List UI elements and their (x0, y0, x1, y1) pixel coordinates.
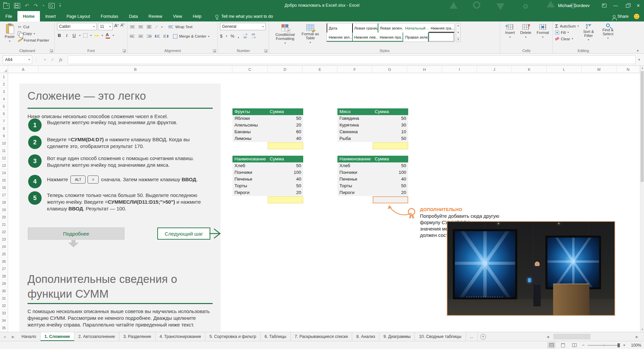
format-painter-button[interactable]: Format Painter (18, 37, 49, 44)
scroll-up-icon[interactable]: ▲ (640, 66, 644, 70)
table-cell[interactable]: 60 (268, 129, 303, 135)
font-dialog-launcher-icon[interactable]: ◢ (123, 49, 126, 52)
sheet-tab-overflow[interactable]: ... (466, 332, 478, 341)
table-cell[interactable]: Яблоки (232, 115, 268, 122)
merge-dropdown-icon[interactable]: ▾ (208, 35, 209, 38)
sort-filter-button[interactable]: AZ Sort & Filter ▾ (579, 23, 598, 42)
normal-view-button[interactable] (547, 342, 555, 348)
sheet-tab-6. Таблицы[interactable]: 6. Таблицы (261, 332, 291, 341)
table-cell[interactable]: Лимоны (232, 135, 268, 142)
zoom-in-icon[interactable]: + (623, 343, 626, 348)
table-header-cell[interactable]: Сумма (373, 156, 408, 162)
table-cell[interactable]: Говядина (337, 115, 373, 122)
top-align-icon[interactable] (130, 26, 135, 29)
font-size-select[interactable]: 11▾ (98, 23, 113, 30)
table-cell[interactable]: Апельсины (232, 122, 268, 129)
cell-style-Нижняя зел...[interactable]: Нижняя зел... (327, 33, 352, 42)
zoom-slider[interactable] (588, 345, 620, 346)
tab-help[interactable]: Help (187, 11, 207, 21)
orientation-dropdown-icon[interactable]: ▾ (161, 26, 162, 29)
sheet-tab-7. Раскрывающиеся списки[interactable]: 7. Раскрывающиеся списки (291, 332, 353, 341)
expand-formula-bar-icon[interactable]: ▼ (638, 58, 641, 61)
share-button[interactable]: Share (613, 14, 629, 19)
table-cell[interactable]: Хлеб (337, 162, 373, 169)
table-cell[interactable]: 20 (373, 189, 408, 196)
table-cell[interactable]: 50 (268, 162, 303, 169)
decrease-font-icon[interactable]: A▾ (120, 23, 125, 30)
table-cell[interactable]: 10 (373, 129, 408, 135)
ribbon-display-options-button[interactable] (598, 0, 610, 11)
collapse-ribbon-icon[interactable]: ▲ (636, 49, 639, 52)
percent-style-icon[interactable]: % (230, 34, 234, 39)
decrease-decimal-icon[interactable]: .00→.0 (251, 33, 256, 39)
conditional-formatting-button[interactable]: Conditional Formatting ▾ (271, 23, 299, 46)
paste-dropdown-icon[interactable]: ▾ (9, 40, 10, 43)
cell-style-Правая зеле...[interactable]: Правая зеле... (403, 33, 429, 42)
cancel-entry-icon[interactable]: × (44, 57, 46, 62)
comma-style-icon[interactable]: , (238, 34, 239, 39)
gallery-more-icon[interactable]: ▼ (457, 38, 460, 41)
sheet-tab-2. Автозаполнение[interactable]: 2. Автозаполнение (74, 332, 119, 341)
scroll-down-icon[interactable]: ▼ (640, 327, 644, 332)
tab-formulas[interactable]: Formulas (95, 11, 123, 21)
table-cell[interactable]: 50 (268, 115, 303, 122)
yellow-input-cell[interactable] (373, 142, 408, 149)
table-cell[interactable]: Пироги (337, 189, 373, 196)
sheet-tab-4. Транспонирование[interactable]: 4. Транспонирование (156, 332, 206, 341)
table-cell[interactable]: 30 (373, 122, 408, 129)
cell-style-Левая граница[interactable]: Левая граница (352, 23, 378, 33)
copy-dropdown-icon[interactable]: ▾ (34, 32, 35, 35)
sheet-nav-right-icon[interactable]: ▶ (9, 332, 17, 341)
increase-font-icon[interactable]: A▴ (114, 23, 119, 30)
yellow-input-cell[interactable] (268, 196, 303, 203)
cell-style-Нижняя пра...[interactable]: Нижняя пра... (378, 33, 403, 42)
table-cell[interactable]: Пончики (337, 169, 373, 176)
format-as-table-button[interactable]: Format as Table ▾ (298, 23, 322, 45)
table-cell[interactable]: Пироги (232, 189, 268, 196)
table-cell[interactable]: 50 (373, 162, 408, 169)
zoom-out-icon[interactable]: − (582, 343, 585, 348)
gallery-down-icon[interactable]: ▼ (457, 31, 460, 34)
table-cell[interactable]: 50 (373, 115, 408, 122)
cell-style-Левая зелен...[interactable]: Левая зелен... (378, 23, 403, 33)
cell-style-Начальный ...[interactable]: Начальный ... (403, 23, 429, 33)
table-cell[interactable]: 100 (373, 169, 408, 176)
table-header-cell[interactable]: Наименование (232, 156, 268, 162)
table-cell[interactable]: 20 (268, 189, 303, 196)
table-cell[interactable]: Печенье (337, 176, 373, 183)
sheet-tab-5. Сортировка и фильтр[interactable]: 5. Сортировка и фильтр (205, 332, 260, 341)
align-center-icon[interactable] (138, 35, 143, 38)
table-cell[interactable]: 40 (268, 135, 303, 142)
table-cell[interactable]: 40 (268, 176, 303, 183)
vertical-scrollbar[interactable]: ▲ ▼ (640, 66, 644, 332)
accounting-dropdown-icon[interactable]: ▾ (226, 35, 227, 38)
borders-icon[interactable] (83, 33, 88, 38)
middle-align-icon[interactable] (138, 26, 143, 29)
paste-button[interactable]: Paste ▾ (2, 23, 17, 44)
cut-button[interactable]: ✂Cut (18, 23, 49, 30)
confirm-entry-icon[interactable]: ✓ (51, 57, 55, 62)
merge-center-button[interactable]: Merge & Center▾ (173, 33, 209, 40)
new-sheet-button[interactable]: + (480, 334, 486, 340)
copy-button[interactable]: Copy▾ (18, 30, 49, 37)
name-box[interactable]: A64▾ (3, 55, 32, 64)
vertical-scroll-thumb[interactable] (641, 71, 644, 182)
table-cell[interactable]: Хлеб (232, 162, 268, 169)
underline-dropdown-icon[interactable]: ▾ (79, 34, 80, 37)
sheet-tab-10. Сводные таблицы[interactable]: 10. Сводные таблицы (415, 332, 466, 341)
table-cell[interactable]: 20 (268, 122, 303, 129)
sheet-tab-1. Сложение[interactable]: 1. Сложение (41, 332, 74, 341)
table-header-cell[interactable]: Фрукты (232, 108, 268, 115)
bottom-align-icon[interactable] (147, 25, 152, 29)
table-cell[interactable]: Торты (337, 183, 373, 189)
feedback-smiley-icon[interactable] (634, 14, 639, 19)
yellow-input-cell[interactable] (268, 142, 303, 149)
clear-button[interactable]: Clear▾ (555, 36, 579, 42)
next-step-button[interactable]: Следующий шаг (157, 228, 210, 240)
tutorial-video[interactable] (447, 221, 615, 316)
fill-color-button[interactable] (94, 35, 99, 36)
table-cell[interactable]: Курятина (337, 122, 373, 129)
number-dialog-launcher-icon[interactable]: ◢ (264, 49, 267, 52)
orientation-icon[interactable]: ⟋ (155, 24, 158, 29)
minimize-button[interactable]: — (610, 0, 621, 11)
